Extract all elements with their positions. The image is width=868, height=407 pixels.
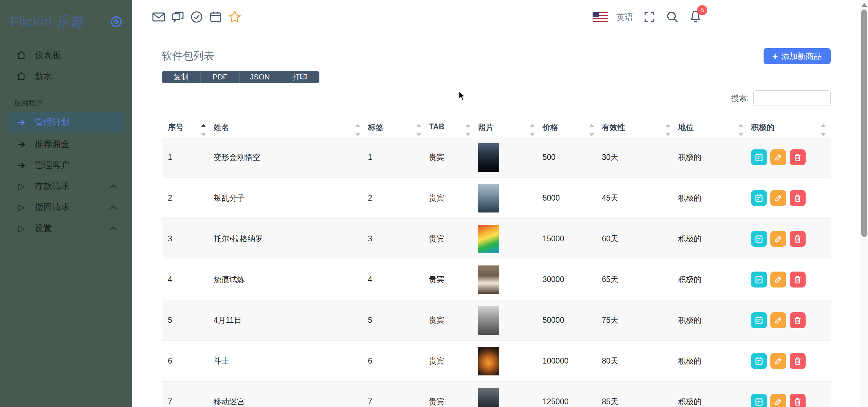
column-header[interactable]: 价格 [540,118,599,137]
edit-button[interactable] [770,394,786,407]
cell-validity: 45天 [599,178,675,219]
language-selector[interactable]: 英语 [616,12,633,23]
sidebar-nav: 仪表板 薪水 应用程序 ➔ 管理计划 ➔ 推荐佣金 ➔ 管理客户 [0,44,132,239]
view-button[interactable] [751,312,767,328]
sidebar-item-manage-plans[interactable]: ➔ 管理计划 [7,112,125,132]
view-button[interactable] [751,272,767,288]
play-icon: ▷ [16,181,27,191]
sidebar-toggle-icon[interactable] [110,15,123,28]
sort-asc-icon[interactable] [589,124,594,127]
add-new-product-button[interactable]: + 添加新商品 [764,48,831,64]
check-circle-icon[interactable] [190,10,204,24]
calendar-note-icon [754,397,764,406]
scrollbar-thumb[interactable] [861,10,867,237]
chevron-up-icon [109,181,117,191]
sort-asc-icon[interactable] [821,124,826,127]
sort-desc-icon[interactable] [821,133,826,136]
sort-asc-icon[interactable] [738,124,744,127]
cell-actions [748,300,831,341]
delete-button[interactable] [790,231,806,247]
column-header[interactable]: 照片 [475,118,540,137]
table-body: 1变形金刚悟空1贵宾50030天积极的2叛乱分子2贵宾500045天积极的3托尔… [162,137,831,407]
notification-badge[interactable]: 5 [697,5,707,15]
sidebar-item-deposit-requests[interactable]: ▷ 存款请求 [0,175,132,197]
sort-desc-icon[interactable] [355,133,360,136]
column-header[interactable]: 标签 [365,118,426,137]
edit-pencil-icon [774,153,783,162]
column-header[interactable]: 地位 [675,118,748,137]
json-button[interactable]: JSON [240,71,280,83]
sort-desc-icon[interactable] [465,133,471,136]
sort-desc-icon[interactable] [416,133,421,136]
delete-button[interactable] [790,353,806,369]
edit-button[interactable] [770,353,786,369]
topbar: 英语 5 [132,0,868,34]
sidebar-item-salary[interactable]: 薪水 [0,66,132,87]
edit-button[interactable] [770,312,786,328]
copy-button[interactable]: 复制 [162,71,201,83]
edit-button[interactable] [770,190,786,206]
table-search-input[interactable] [753,90,831,106]
sort-asc-icon[interactable] [465,124,471,127]
view-button[interactable] [751,190,767,206]
scrollbar-up-arrow[interactable] [862,3,867,7]
cell-price: 500 [540,137,599,178]
column-header[interactable]: 积极的 [748,118,831,137]
sidebar-item-referral-commission[interactable]: ➔ 推荐佣金 [0,133,132,154]
view-button[interactable] [751,353,767,369]
sort-asc-icon[interactable] [665,124,671,127]
sidebar-section-label: 应用程序 [14,98,132,108]
search-label: 搜索: [731,93,749,104]
table-row: 7移动迷宫7贵宾12500085天积极的 [162,382,831,407]
column-header[interactable]: TAB [426,118,475,137]
arrow-right-icon: ➔ [16,160,27,171]
delete-button[interactable] [790,149,806,165]
sidebar-item-label: 推荐佣金 [35,138,70,150]
sidebar-item-settings[interactable]: ▷ 设置 [0,218,132,239]
edit-pencil-icon [774,193,783,203]
column-header[interactable]: 有效性 [599,118,675,137]
us-flag-icon[interactable] [593,12,608,22]
chat-icon[interactable] [171,10,185,24]
cell-status: 积极的 [675,341,748,382]
edit-button[interactable] [770,231,786,247]
fullscreen-icon[interactable] [642,10,656,24]
delete-trash-icon [793,316,802,325]
sort-asc-icon[interactable] [201,124,206,127]
sidebar-item-withdraw-requests[interactable]: ▷ 撤回请求 [0,197,132,218]
sort-asc-icon[interactable] [416,124,421,127]
column-header[interactable]: 姓名 [211,118,365,137]
calendar-icon[interactable] [209,10,223,24]
pdf-button[interactable]: PDF [201,71,240,83]
sort-desc-icon[interactable] [589,133,594,136]
mail-icon[interactable] [152,10,166,24]
sort-desc-icon[interactable] [201,133,206,136]
sort-desc-icon[interactable] [665,133,671,136]
edit-button[interactable] [770,272,786,288]
sidebar-item-label: 薪水 [35,70,52,82]
delete-button[interactable] [790,394,806,407]
delete-trash-icon [793,193,802,203]
sidebar-item-dashboard[interactable]: 仪表板 [0,44,132,66]
edit-button[interactable] [770,149,786,165]
sort-desc-icon[interactable] [530,133,535,136]
sort-asc-icon[interactable] [530,124,535,127]
search-icon[interactable] [665,10,679,24]
sort-asc-icon[interactable] [355,124,360,127]
delete-button[interactable] [790,190,806,206]
delete-trash-icon [793,356,802,366]
print-button[interactable]: 打印 [280,71,319,83]
product-photo [478,347,499,375]
view-button[interactable] [751,231,767,247]
sidebar-item-manage-clients[interactable]: ➔ 管理客户 [0,154,132,175]
delete-button[interactable] [790,312,806,328]
view-button[interactable] [751,149,767,165]
column-header[interactable]: 序号 [162,118,211,137]
product-photo [478,388,499,407]
calendar-note-icon [754,356,764,366]
delete-button[interactable] [790,272,806,288]
sort-desc-icon[interactable] [738,133,744,136]
view-button[interactable] [751,394,767,407]
vertical-scrollbar[interactable] [860,0,868,407]
star-icon[interactable] [228,10,242,24]
